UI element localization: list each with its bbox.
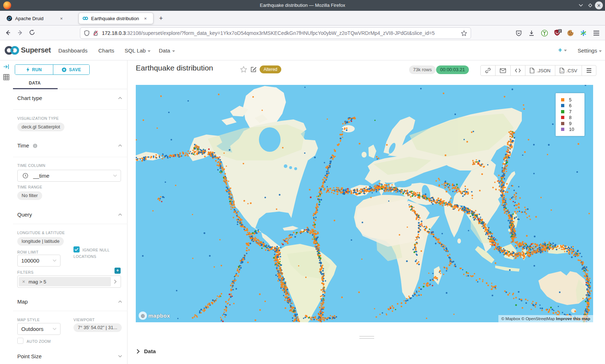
- app-navbar: Superset Dashboards Charts SQL Lab Data …: [0, 40, 605, 60]
- viewport-label: VIEWPORT: [73, 318, 95, 322]
- bookmark-star-icon[interactable]: [461, 30, 467, 36]
- section-point-size[interactable]: Point Size: [17, 353, 42, 359]
- run-save-group: RUN SAVE: [15, 64, 90, 75]
- cookie-icon[interactable]: [566, 29, 575, 37]
- file-json-icon: [530, 68, 534, 73]
- filter-chip[interactable]: ✕ mag > 5: [19, 277, 111, 286]
- chevron-up-icon[interactable]: [118, 144, 122, 147]
- section-chart-type[interactable]: Chart type: [17, 95, 42, 101]
- legend-swatch: [561, 128, 564, 131]
- map-attribution: © Mapbox © OpenStreetMap Improve this ma…: [498, 315, 593, 322]
- pocket-shield-icon[interactable]: [514, 29, 523, 37]
- resize-handle[interactable]: [359, 336, 374, 337]
- nav-sql-lab[interactable]: SQL Lab: [125, 47, 151, 54]
- filter-container: ✕ mag > 5: [17, 276, 121, 288]
- tab-apache-druid[interactable]: Apache Druid ×: [3, 13, 76, 24]
- back-icon[interactable]: [4, 29, 12, 36]
- new-tab-button[interactable]: +: [156, 13, 166, 24]
- save-button[interactable]: SAVE: [53, 65, 89, 74]
- export-json-button[interactable]: .JSON: [525, 65, 555, 76]
- chevron-up-icon[interactable]: [118, 97, 122, 99]
- export-csv-button[interactable]: x .CSV: [555, 65, 582, 76]
- ublock-icon[interactable]: 2: [553, 29, 562, 37]
- reload-icon[interactable]: [29, 29, 35, 36]
- tab-earthquake-distribution[interactable]: Earthquake distribution ×: [79, 13, 153, 24]
- resize-handle[interactable]: [359, 338, 374, 339]
- brand-name[interactable]: Superset: [21, 46, 51, 54]
- map-style-select[interactable]: Outdoors: [17, 323, 60, 335]
- share-link-button[interactable]: [481, 65, 496, 76]
- svg-text:x: x: [561, 70, 563, 73]
- insecure-lock-icon[interactable]: [93, 30, 98, 36]
- ublock-badge: 2: [559, 29, 561, 33]
- add-filter-button[interactable]: +: [115, 268, 121, 274]
- tab-close-icon[interactable]: ×: [144, 16, 147, 21]
- clock-icon: [23, 173, 28, 178]
- time-range-label: TIME RANGE: [17, 185, 42, 189]
- code-icon: [515, 68, 521, 73]
- legend-swatch: [561, 122, 564, 125]
- magnitude-legend: 5 6 7 8 9 10: [556, 93, 584, 136]
- ignore-null-label-1: IGNORE NULL: [82, 248, 110, 252]
- auto-zoom-checkbox[interactable]: [17, 338, 23, 344]
- ignore-null-checkbox[interactable]: [73, 246, 80, 252]
- time-range-value[interactable]: No filter: [17, 191, 42, 200]
- favorite-star-icon[interactable]: [240, 66, 247, 73]
- collapse-panel-icon[interactable]: [3, 64, 9, 69]
- nav-data[interactable]: Data: [159, 47, 175, 54]
- mapbox-logo[interactable]: ◍ mapbox: [139, 311, 170, 320]
- chevron-down-icon: [53, 328, 57, 330]
- chevron-up-icon[interactable]: [118, 213, 122, 216]
- add-new-button[interactable]: +: [558, 46, 567, 54]
- chart-menu-button[interactable]: [582, 65, 596, 76]
- embed-code-button[interactable]: [511, 65, 525, 76]
- tab-close-icon[interactable]: ×: [60, 16, 63, 21]
- email-button[interactable]: [496, 65, 511, 76]
- remove-filter-icon[interactable]: ✕: [22, 279, 25, 284]
- time-column-select[interactable]: __time: [17, 170, 121, 182]
- tab-label: Apache Druid: [15, 16, 44, 21]
- pinwheel-icon[interactable]: [579, 29, 588, 37]
- deckgl-scatter-map[interactable]: 5 6 7 8 9 10 ◍ mapbox © Mapbox © OpenStr…: [136, 85, 593, 322]
- nav-charts[interactable]: Charts: [98, 47, 114, 54]
- chevron-up-icon[interactable]: [118, 300, 122, 303]
- chart-area: Earthquake distribution Altered 73k rows…: [128, 60, 605, 364]
- time-column-label: TIME COLUMN: [17, 163, 45, 168]
- nav-dashboards[interactable]: Dashboards: [58, 47, 88, 54]
- minimize-icon[interactable]: [577, 1, 585, 9]
- viz-type-value[interactable]: deck.gl Scatterplot: [17, 123, 64, 131]
- settings-menu[interactable]: Settings: [578, 47, 602, 54]
- improve-map-link[interactable]: Improve this map: [556, 317, 590, 321]
- close-icon[interactable]: ✕: [595, 1, 603, 9]
- legend-swatch: [561, 110, 564, 113]
- mapbox-logo-icon: ◍: [139, 311, 147, 320]
- url-bar[interactable]: 172.18.0.3:32108/superset/explore/?form_…: [80, 27, 471, 39]
- edit-title-icon[interactable]: [250, 66, 257, 73]
- extension-green-icon[interactable]: [540, 29, 549, 37]
- menu-icon[interactable]: [592, 29, 601, 37]
- section-time[interactable]: Time: [17, 142, 37, 149]
- download-icon[interactable]: [527, 29, 536, 37]
- map-style-label: MAP STYLE: [17, 318, 40, 322]
- tracking-shield-icon[interactable]: [84, 30, 90, 36]
- chevron-down-icon[interactable]: [118, 355, 122, 358]
- maximize-icon[interactable]: [586, 1, 594, 9]
- section-query[interactable]: Query: [17, 211, 32, 218]
- lonlat-value[interactable]: longitude | latitude: [17, 237, 64, 246]
- datasource-grid-icon[interactable]: [3, 74, 9, 80]
- row-limit-select[interactable]: 100000: [17, 255, 60, 267]
- url-domain: 172.18.0.3: [102, 30, 126, 36]
- tab-data[interactable]: DATA: [29, 81, 41, 86]
- forward-icon[interactable]: [17, 29, 24, 36]
- earthquake-points-layer: [136, 85, 593, 322]
- chevron-down-icon: [53, 259, 57, 262]
- run-button[interactable]: RUN: [15, 65, 53, 74]
- info-icon: [33, 144, 37, 148]
- chevron-right-icon[interactable]: [114, 279, 117, 284]
- data-panel-toggle[interactable]: Data: [136, 348, 156, 354]
- legend-item: 6: [561, 103, 584, 109]
- superset-logo-icon[interactable]: [4, 45, 19, 56]
- chevron-down-icon: [148, 50, 151, 52]
- viewport-value[interactable]: 7° 35' 54.02" | 31...: [73, 323, 122, 332]
- section-map[interactable]: Map: [17, 299, 28, 305]
